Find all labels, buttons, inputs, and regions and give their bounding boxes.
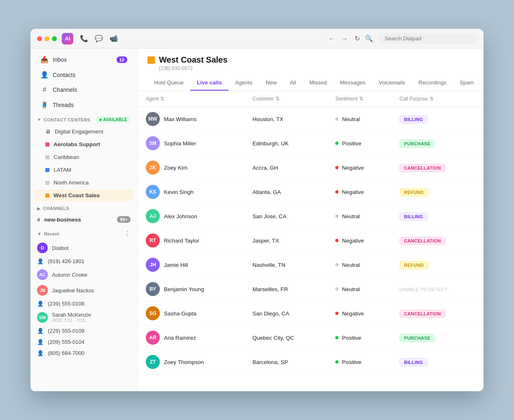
table-row[interactable]: AJ Alex Johnson San Jose, CA Neutral BIL… <box>138 204 484 229</box>
table-row[interactable]: AR Aria Ramirez Quebec City, QC Positive… <box>138 326 484 350</box>
recent-more-button[interactable]: ⋮ <box>124 230 131 238</box>
table-row[interactable]: MW Max Williams Houston, TX Neutral BILL… <box>138 107 484 131</box>
refresh-button[interactable]: ↻ <box>353 33 362 44</box>
live-calls-table: Agent ⇅ Customer ⇅ Sentiment ⇅ Call Purp… <box>138 91 484 374</box>
latam-color <box>45 168 49 172</box>
table-row[interactable]: ZT Zoey Thompson Barcelona, SP Positive … <box>138 350 484 374</box>
available-dot <box>99 119 102 121</box>
col-purpose[interactable]: Call Purpose ⇅ <box>391 91 484 107</box>
purpose-cell: PURCHASE <box>391 326 484 350</box>
agent-name: Richard Taylor <box>164 238 199 244</box>
col-customer[interactable]: Customer ⇅ <box>244 91 327 107</box>
center-aerolabs-support[interactable]: Aerolabs Support <box>34 138 134 150</box>
col-sentiment[interactable]: Sentiment ⇅ <box>327 91 391 107</box>
sentiment-cell: Neutral <box>327 204 391 229</box>
sort-icon-purpose: ⇅ <box>430 96 434 102</box>
agent-avatar: AJ <box>146 209 160 223</box>
center-digital-engagement[interactable]: 🖥 Digital Engagement <box>34 126 134 138</box>
table-row[interactable]: KS Kevin Singh Atlanta, GA Negative REFU… <box>138 180 484 204</box>
search-icon: 🔍 <box>365 35 373 42</box>
table-row[interactable]: JH Jamie Hill Nashville, TN Neutral REFU… <box>138 253 484 277</box>
agent-avatar: MW <box>146 112 160 126</box>
phone-icon[interactable]: 📞 <box>80 35 88 42</box>
recent-phone-3[interactable]: 👤 (229) 555-0109 <box>30 325 137 336</box>
agent-avatar: AR <box>146 331 160 345</box>
recent-autumn-cooke[interactable]: AC Autumn Cooke <box>30 267 137 282</box>
sentiment-label: Negative <box>342 238 364 244</box>
center-latam[interactable]: LATAM <box>34 164 134 176</box>
maximize-button[interactable] <box>52 36 57 41</box>
recent-dialbot[interactable]: D Dialbot <box>30 240 137 256</box>
back-button[interactable]: ← <box>327 33 336 44</box>
customer-cell: Houston, TX <box>244 107 327 131</box>
minimize-button[interactable] <box>44 36 49 41</box>
recent-phone-2[interactable]: 👤 (239) 555-0108 <box>30 298 137 309</box>
table-row[interactable]: ZK Zoey Kim Accra, GH Negative CANCELLAT… <box>138 156 484 180</box>
inbox-icon: 📥 <box>40 56 49 63</box>
video-icon[interactable]: 📹 <box>110 35 118 42</box>
table-container: Agent ⇅ Customer ⇅ Sentiment ⇅ Call Purp… <box>138 91 484 391</box>
agent-cell: KS Kevin Singh <box>138 180 244 204</box>
table-body: MW Max Williams Houston, TX Neutral BILL… <box>138 107 484 374</box>
tab-recordings[interactable]: Recordings <box>412 75 453 91</box>
contacts-icon: 👤 <box>40 71 49 79</box>
sentiment-cell: Negative <box>327 180 391 204</box>
col-agent[interactable]: Agent ⇅ <box>138 91 244 107</box>
sentiment-label: Positive <box>342 359 361 365</box>
close-button[interactable] <box>37 36 42 41</box>
tab-missed[interactable]: Missed <box>303 75 334 91</box>
recent-phone-5[interactable]: 👤 (805) 684-7000 <box>30 348 137 359</box>
chat-icon[interactable]: 💬 <box>95 35 103 42</box>
agent-cell: ZK Zoey Kim <box>138 156 244 180</box>
table-row[interactable]: SM Sophia Miller Edinburgh, UK Positive … <box>138 131 484 156</box>
recent-phone-4[interactable]: 👤 (209) 555-0104 <box>30 336 137 348</box>
tab-all[interactable]: All <box>283 75 303 91</box>
tab-live-calls[interactable]: Live calls <box>190 75 229 91</box>
tab-new[interactable]: New <box>259 75 283 91</box>
sort-icon-customer: ⇅ <box>276 96 280 102</box>
channel-new-business[interactable]: # new-business 99+ <box>30 213 137 226</box>
tab-agents[interactable]: Agents <box>229 75 259 91</box>
center-north-america[interactable]: North America <box>34 177 134 189</box>
sentiment-dot <box>335 190 339 194</box>
table-row[interactable]: RT Richard Taylor Jasper, TX Negative CA… <box>138 229 484 253</box>
purpose-badge: CANCELLATION <box>400 237 446 245</box>
sidebar-item-channels[interactable]: # Channels <box>34 83 134 97</box>
sentiment-cell: Negative <box>327 156 391 180</box>
jaqueline-avatar: JN <box>37 285 48 296</box>
available-badge: Available <box>96 117 131 123</box>
tab-hold-queue[interactable]: Hold Queue <box>147 75 190 91</box>
tab-voicemails[interactable]: Voicemails <box>372 75 412 91</box>
agent-name: Zoey Thompson <box>164 359 204 365</box>
sidebar-item-threads[interactable]: 🧵 Threads <box>34 98 134 112</box>
agent-name: Zoey Kim <box>164 165 187 171</box>
titlebar: AI 📞 💬 📹 ← → ↻ 🔍 <box>30 29 484 49</box>
search-input[interactable] <box>378 33 477 44</box>
page-title: West Coast Sales <box>159 55 227 65</box>
sentiment-cell: Neutral <box>327 107 391 131</box>
sentiment-dot <box>335 166 339 169</box>
customer-cell: San Jose, CA <box>244 204 327 229</box>
channels-label: Channels <box>53 86 77 93</box>
sidebar-item-contacts[interactable]: 👤 Contacts <box>34 68 134 82</box>
purpose-cell: CANCELLATION <box>391 301 484 326</box>
content-area: West Coast Sales (238) 630-0972 Hold Que… <box>138 49 484 391</box>
recent-jaqueline-nackos[interactable]: JN Jaqueline Nackos <box>30 282 137 298</box>
center-west-coast-sales[interactable]: West Coast Sales <box>34 189 134 201</box>
customer-cell: Quebec City, QC <box>244 326 327 350</box>
tabs: Hold Queue Live calls Agents New All Mis… <box>147 75 474 91</box>
table-row[interactable]: BY Benjamin Young Marseilles, FR Neutral… <box>138 277 484 301</box>
sidebar-item-inbox[interactable]: 📥 Inbox 12 <box>34 52 134 67</box>
center-caribbean[interactable]: Caribbean <box>34 151 134 163</box>
tab-messages[interactable]: Messages <box>334 75 372 91</box>
purpose-badge: CANCELLATION <box>400 310 446 318</box>
table-row[interactable]: SG Sasha Gupta San Diego, CA Negative CA… <box>138 301 484 326</box>
sarah-avatar: SM <box>37 312 48 323</box>
tab-spam[interactable]: Spam <box>453 75 474 91</box>
forward-button[interactable]: → <box>340 33 350 44</box>
customer-cell: Nashville, TN <box>244 253 327 277</box>
purpose-badge: PURCHASE <box>400 140 435 148</box>
sentiment-dot <box>335 287 339 291</box>
recent-phone-1[interactable]: 👤 (919) 426-1801 <box>30 256 137 267</box>
recent-sarah-mckenzie[interactable]: SM Sarah McKenzie OOO 7/11 - 7/15 <box>30 309 137 325</box>
